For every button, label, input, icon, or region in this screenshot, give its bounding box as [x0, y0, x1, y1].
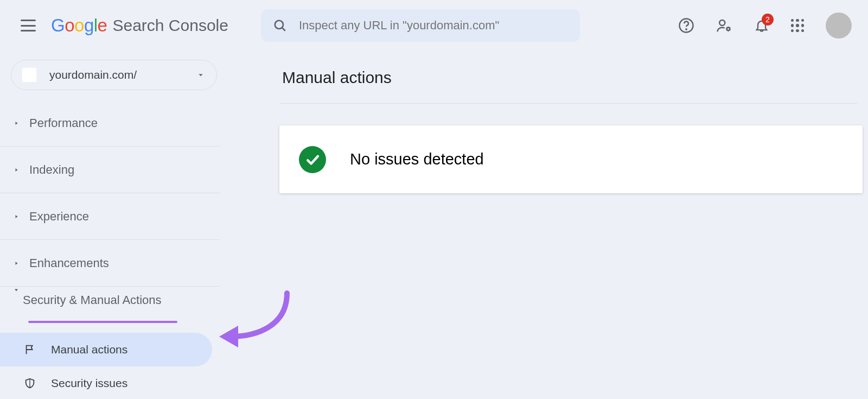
- product-logo[interactable]: Google Search Console: [51, 15, 228, 36]
- shield-icon: [23, 377, 37, 389]
- property-domain: yourdomain.com/: [49, 68, 196, 81]
- svg-point-0: [275, 21, 283, 29]
- svg-point-3: [686, 29, 687, 30]
- url-inspect-search[interactable]: [261, 9, 580, 42]
- section-label: Indexing: [29, 163, 74, 177]
- manage-users-icon[interactable]: [716, 17, 732, 34]
- caret-right-icon: [13, 120, 20, 126]
- property-favicon: [22, 68, 36, 82]
- sidebar-item-label: Security issues: [51, 377, 127, 390]
- sidebar-item-manual-actions[interactable]: Manual actions: [0, 333, 212, 366]
- caret-down-icon: [13, 287, 20, 293]
- google-apps-icon[interactable]: [791, 19, 804, 32]
- section-label: Experience: [29, 210, 89, 224]
- svg-line-1: [282, 28, 285, 31]
- main-content: Manual actions No issues detected: [282, 68, 863, 193]
- caret-right-icon: [13, 213, 20, 220]
- flag-icon: [23, 344, 37, 356]
- checkmark-icon: [299, 146, 326, 173]
- sidebar-section-security[interactable]: Security & Manual Actions: [0, 287, 220, 333]
- notifications-icon[interactable]: 2: [754, 18, 769, 33]
- notification-badge: 2: [762, 14, 774, 26]
- url-inspect-input[interactable]: [298, 18, 568, 33]
- app-name: Search Console: [112, 16, 228, 35]
- annotation-underline: [28, 321, 177, 323]
- help-icon[interactable]: [678, 17, 694, 34]
- status-card: No issues detected: [279, 125, 863, 193]
- svg-point-4: [719, 20, 725, 26]
- caret-right-icon: [13, 167, 20, 173]
- google-logo: Google: [51, 15, 107, 36]
- property-selector[interactable]: yourdomain.com/: [11, 60, 217, 90]
- status-message: No issues detected: [350, 150, 484, 168]
- sidebar-section-indexing[interactable]: Indexing: [0, 147, 220, 193]
- sidebar-section-performance[interactable]: Performance: [0, 100, 220, 146]
- sidebar-section-experience[interactable]: Experience: [0, 193, 220, 239]
- page-title: Manual actions: [282, 68, 863, 87]
- account-avatar[interactable]: [826, 12, 852, 39]
- search-icon: [273, 18, 287, 33]
- sidebar-item-label: Manual actions: [51, 343, 127, 356]
- sidebar: yourdomain.com/ Performance Indexing Exp…: [0, 60, 220, 399]
- divider: [280, 103, 857, 104]
- caret-right-icon: [13, 260, 20, 267]
- sidebar-item-security-issues[interactable]: Security issues: [0, 366, 212, 399]
- section-label: Security & Manual Actions: [23, 293, 162, 307]
- sidebar-section-enhancements[interactable]: Enhancements: [0, 240, 220, 286]
- app-header: Google Search Console 2: [0, 0, 868, 51]
- chevron-down-icon: [196, 70, 206, 80]
- annotation-arrow: [214, 288, 295, 353]
- section-label: Enhancements: [29, 256, 109, 270]
- hamburger-menu-icon[interactable]: [21, 20, 36, 31]
- header-actions: 2: [678, 0, 852, 51]
- section-label: Performance: [29, 116, 98, 130]
- svg-point-5: [727, 28, 730, 31]
